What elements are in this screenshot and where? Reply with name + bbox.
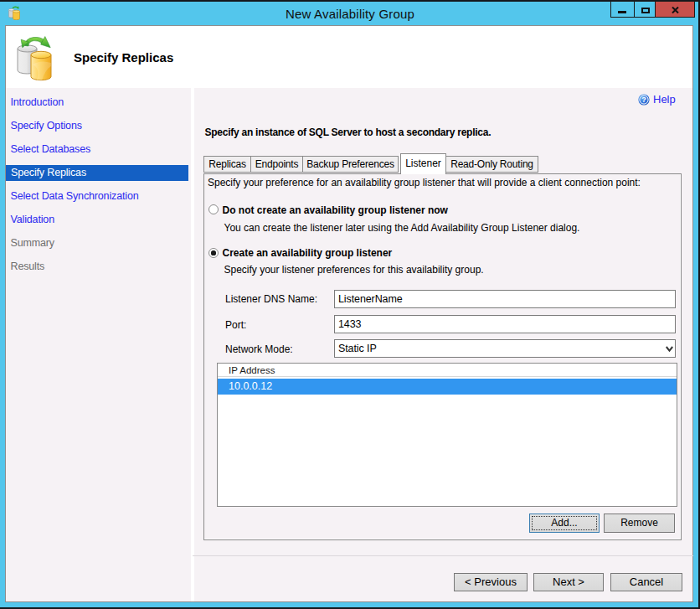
svg-text:?: ? bbox=[641, 95, 646, 104]
